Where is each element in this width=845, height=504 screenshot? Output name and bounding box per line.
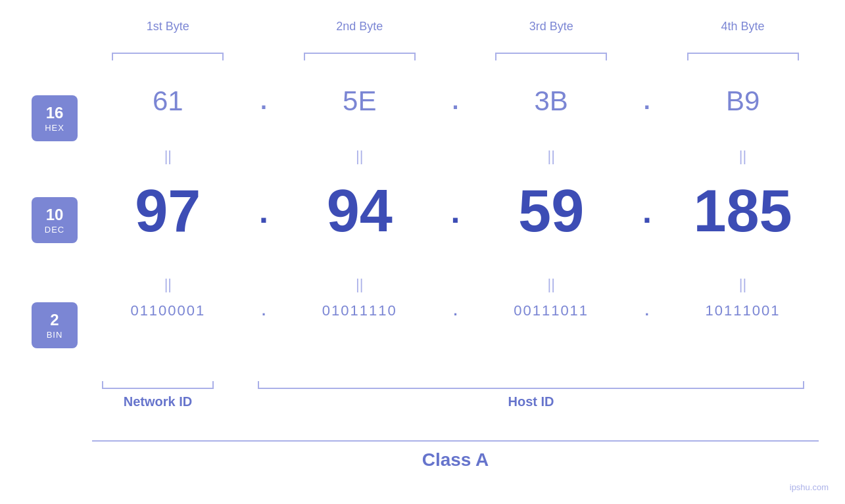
hex-cell-4: B9 bbox=[677, 85, 809, 117]
columns-header: 1st Byte 2nd Byte 3rd Byte 4th Byte bbox=[92, 20, 819, 34]
class-a-line bbox=[92, 440, 819, 442]
class-a-section: Class A bbox=[92, 440, 819, 470]
dec-cell-4: 185 bbox=[677, 177, 809, 245]
sep1-2: || bbox=[294, 148, 425, 165]
bin-badge-label: BIN bbox=[47, 330, 63, 340]
byte-header-1: 1st Byte bbox=[102, 20, 233, 34]
bracket-top-3 bbox=[495, 53, 607, 60]
dec-badge: 10 DEC bbox=[32, 197, 78, 243]
dec-cell-1: 97 bbox=[102, 177, 233, 245]
bracket-2 bbox=[294, 53, 425, 60]
main-container: 16 HEX 10 DEC 2 BIN 1st Byte 2nd Byte 3r… bbox=[0, 0, 845, 504]
bin-cell-4: 10111001 bbox=[677, 302, 809, 319]
hex-val-4: B9 bbox=[726, 85, 760, 116]
dot-hex-2: . bbox=[445, 87, 465, 115]
hex-cell-2: 5E bbox=[294, 85, 425, 117]
bracket-3 bbox=[485, 53, 617, 60]
dec-badge-num: 10 bbox=[46, 206, 64, 225]
dec-val-3: 59 bbox=[518, 178, 584, 244]
byte-header-3: 3rd Byte bbox=[485, 20, 617, 34]
network-id-bracket bbox=[102, 381, 214, 389]
hex-val-3: 3B bbox=[534, 85, 567, 116]
hex-val-1: 61 bbox=[153, 85, 183, 116]
dec-badge-label: DEC bbox=[45, 225, 64, 235]
dot-dec-2: . bbox=[445, 193, 465, 231]
bin-val-2: 01011110 bbox=[322, 302, 397, 319]
hex-cell-3: 3B bbox=[485, 85, 617, 117]
dot-dec-3: . bbox=[637, 193, 657, 231]
dec-cell-2: 94 bbox=[294, 177, 425, 245]
bracket-1 bbox=[102, 53, 233, 60]
sep1-1: || bbox=[102, 148, 233, 165]
bin-row: 01100001 . 01011110 . 00111011 . 1011100… bbox=[92, 302, 819, 319]
network-id-label: Network ID bbox=[124, 394, 192, 409]
bin-cell-1: 01100001 bbox=[102, 302, 233, 319]
bin-badge: 2 BIN bbox=[32, 302, 78, 348]
bracket-top-4 bbox=[687, 53, 799, 60]
dec-val-2: 94 bbox=[327, 178, 393, 244]
sep1-3: || bbox=[485, 148, 617, 165]
sep2-3: || bbox=[485, 276, 617, 293]
grid: 1st Byte 2nd Byte 3rd Byte 4th Byte bbox=[92, 13, 819, 491]
byte-header-4: 4th Byte bbox=[677, 20, 809, 34]
dec-val-1: 97 bbox=[135, 178, 201, 244]
bin-badge-num: 2 bbox=[50, 311, 59, 330]
dec-row: 97 . 94 . 59 . 185 bbox=[92, 177, 819, 245]
host-id-label: Host ID bbox=[508, 394, 554, 409]
dec-val-4: 185 bbox=[693, 178, 792, 244]
sep1-4: || bbox=[677, 148, 809, 165]
sep2-4: || bbox=[677, 276, 809, 293]
hex-badge: 16 HEX bbox=[32, 95, 78, 141]
separators-row-2: || || || || bbox=[92, 276, 819, 293]
byte-header-2: 2nd Byte bbox=[294, 20, 425, 34]
bin-val-4: 10111001 bbox=[706, 302, 781, 319]
hex-val-2: 5E bbox=[343, 85, 376, 116]
bin-val-1: 01100001 bbox=[130, 302, 205, 319]
class-a-label: Class A bbox=[422, 449, 489, 470]
top-brackets bbox=[92, 53, 819, 60]
hex-cell-1: 61 bbox=[102, 85, 233, 117]
dec-cell-3: 59 bbox=[485, 177, 617, 245]
host-id-group: Host ID bbox=[243, 381, 819, 409]
hex-row: 61 . 5E . 3B . B9 bbox=[92, 85, 819, 117]
watermark: ipshu.com bbox=[790, 482, 829, 492]
hex-badge-label: HEX bbox=[45, 123, 64, 133]
host-id-bracket bbox=[258, 381, 804, 389]
dot-bin-3: . bbox=[637, 302, 657, 319]
bin-val-3: 00111011 bbox=[514, 302, 589, 319]
bracket-top-1 bbox=[112, 53, 224, 60]
dot-dec-1: . bbox=[254, 193, 274, 231]
dot-bin-2: . bbox=[445, 302, 465, 319]
hex-badge-num: 16 bbox=[46, 104, 64, 123]
sep2-1: || bbox=[102, 276, 233, 293]
separators-row-1: || || || || bbox=[92, 148, 819, 165]
bracket-top-2 bbox=[304, 53, 416, 60]
dot-hex-3: . bbox=[637, 87, 657, 115]
dot-bin-1: . bbox=[254, 302, 274, 319]
bin-cell-2: 01011110 bbox=[294, 302, 425, 319]
bottom-labels-area: Network ID Host ID bbox=[92, 381, 819, 409]
bracket-4 bbox=[677, 53, 809, 60]
sep2-2: || bbox=[294, 276, 425, 293]
dot-hex-1: . bbox=[254, 87, 274, 115]
network-id-group: Network ID bbox=[92, 381, 224, 409]
bin-cell-3: 00111011 bbox=[485, 302, 617, 319]
